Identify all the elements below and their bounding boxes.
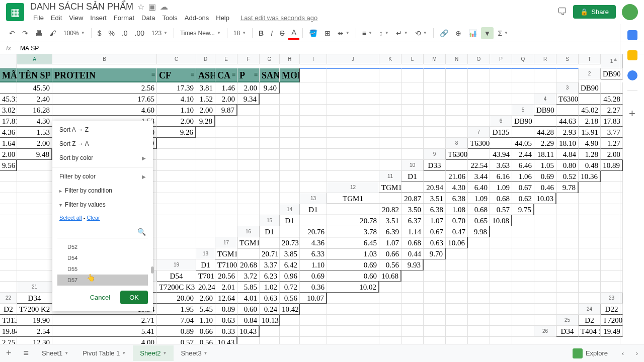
menu-add-ons[interactable]: Add-ons xyxy=(182,13,212,23)
cell[interactable] xyxy=(512,315,534,326)
cell[interactable] xyxy=(446,270,468,282)
cell[interactable]: 10.06 xyxy=(446,237,468,248)
cell[interactable] xyxy=(300,138,327,149)
cell[interactable] xyxy=(17,160,52,171)
cell[interactable] xyxy=(512,127,534,138)
cell[interactable] xyxy=(424,171,446,182)
cell[interactable] xyxy=(534,116,556,127)
cell[interactable] xyxy=(424,94,446,105)
cell[interactable] xyxy=(215,215,237,226)
cell[interactable] xyxy=(215,204,237,215)
column-header[interactable]: A xyxy=(17,54,52,64)
cell[interactable] xyxy=(280,105,300,116)
cell[interactable] xyxy=(0,82,17,94)
column-header[interactable]: S xyxy=(556,54,579,64)
cell[interactable] xyxy=(446,160,468,171)
menu-view[interactable]: View xyxy=(66,13,86,23)
cell[interactable] xyxy=(579,94,601,105)
cell[interactable] xyxy=(327,127,379,138)
cell[interactable] xyxy=(0,215,17,226)
cell[interactable]: 1.64 xyxy=(0,138,17,149)
cell[interactable] xyxy=(424,315,446,326)
cell[interactable] xyxy=(468,237,490,248)
cell[interactable] xyxy=(300,127,327,138)
cell[interactable] xyxy=(300,94,327,105)
cell[interactable]: 43.94 xyxy=(490,149,512,160)
cell[interactable] xyxy=(215,160,237,171)
cell[interactable] xyxy=(446,94,468,105)
filter-by-color[interactable]: Filter by color▶ xyxy=(52,169,153,184)
cell[interactable] xyxy=(556,68,579,82)
cell[interactable] xyxy=(237,127,260,138)
link-button[interactable]: 🔗 xyxy=(437,27,451,39)
cell[interactable]: D34 xyxy=(17,293,52,304)
column-header[interactable]: M xyxy=(424,54,446,64)
cell[interactable] xyxy=(424,127,446,138)
row-header[interactable]: 15 xyxy=(260,215,280,226)
fill-color-button[interactable]: 🪣 xyxy=(306,27,320,39)
cell[interactable]: 0.65 xyxy=(468,215,490,226)
cell[interactable] xyxy=(196,149,215,160)
add-sheet-button[interactable]: + xyxy=(0,348,18,358)
cell[interactable] xyxy=(556,215,579,226)
cell[interactable] xyxy=(157,160,196,171)
cell[interactable]: 45.31 xyxy=(0,94,17,105)
cell[interactable]: 1.52 xyxy=(196,94,215,105)
cell[interactable]: 6.40 xyxy=(468,182,490,193)
cell[interactable] xyxy=(17,193,52,204)
cell[interactable]: 4.30 xyxy=(17,116,52,127)
cell[interactable] xyxy=(424,259,446,270)
cell[interactable]: 44.63 xyxy=(556,116,579,127)
cell[interactable] xyxy=(327,68,379,82)
sheet-tab[interactable]: Sheet3 ▼ xyxy=(174,345,214,361)
cell[interactable] xyxy=(512,68,534,82)
cell[interactable]: 1.07 xyxy=(379,237,401,248)
menu-tools[interactable]: Tools xyxy=(159,13,180,23)
cell[interactable]: 21.06 xyxy=(446,171,468,182)
row-header[interactable]: 11 xyxy=(379,171,401,182)
cell[interactable] xyxy=(401,270,424,282)
cell[interactable] xyxy=(327,160,379,171)
cell[interactable]: 1.09 xyxy=(490,182,512,193)
cell[interactable] xyxy=(579,237,601,248)
cell[interactable] xyxy=(379,116,401,127)
row-header[interactable]: 2 xyxy=(579,68,601,79)
cell[interactable] xyxy=(17,259,52,270)
cell[interactable] xyxy=(512,94,534,105)
cell[interactable]: 2.00 xyxy=(17,138,52,149)
cell[interactable] xyxy=(300,149,327,160)
cell[interactable] xyxy=(327,94,379,105)
column-header[interactable]: C xyxy=(157,54,196,64)
cell[interactable]: 0.68 xyxy=(490,193,512,204)
select-all-corner[interactable] xyxy=(0,54,17,68)
sheets-logo[interactable]: ▦ xyxy=(6,3,24,21)
cell[interactable] xyxy=(534,226,556,237)
zoom-select[interactable]: 100%▼ xyxy=(60,28,88,39)
cell[interactable]: 1.05 xyxy=(534,160,556,171)
cell[interactable] xyxy=(401,82,424,94)
cell[interactable]: 2.00 xyxy=(237,82,260,94)
row-header[interactable]: 13 xyxy=(300,193,327,204)
cell[interactable]: TGM1 xyxy=(327,193,379,204)
cell[interactable]: 6.38 xyxy=(446,193,468,204)
cell[interactable] xyxy=(280,182,300,193)
cell[interactable]: 0.69 xyxy=(300,270,327,282)
cell[interactable] xyxy=(379,326,401,337)
cell[interactable] xyxy=(490,293,512,304)
cell[interactable]: 9.75 xyxy=(512,204,534,215)
cell[interactable]: 3.51 xyxy=(379,215,401,226)
cell[interactable] xyxy=(556,293,579,304)
cell[interactable] xyxy=(379,293,401,304)
cell[interactable] xyxy=(579,248,601,259)
cell[interactable] xyxy=(215,193,237,204)
menu-data[interactable]: Data xyxy=(138,13,158,23)
row-header[interactable]: 12 xyxy=(327,182,379,193)
cell[interactable] xyxy=(534,259,556,270)
cell[interactable] xyxy=(401,304,424,315)
cell[interactable] xyxy=(260,204,280,215)
cell[interactable] xyxy=(0,237,17,248)
borders-button[interactable]: ⊞ xyxy=(321,27,334,39)
cell[interactable] xyxy=(327,304,379,315)
row-header[interactable]: 19 xyxy=(157,259,196,270)
cell[interactable]: 9.26 xyxy=(157,127,196,138)
